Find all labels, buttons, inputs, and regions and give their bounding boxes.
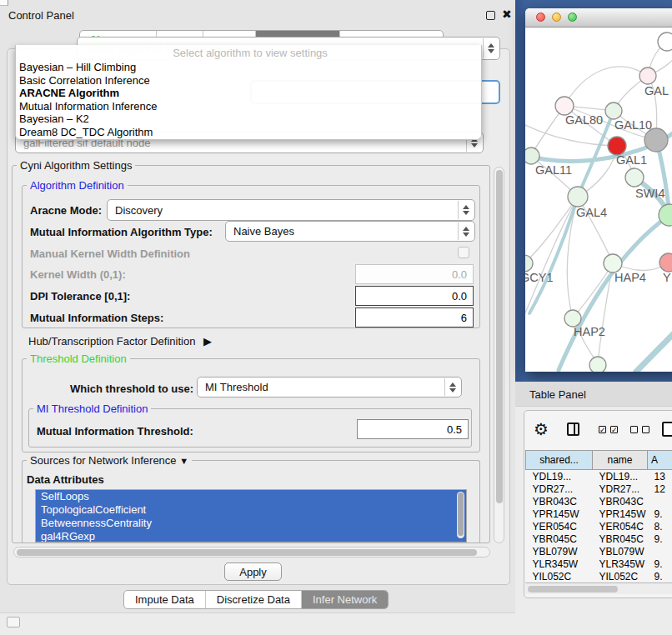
network-node-gal10[interactable] bbox=[605, 102, 622, 119]
table-cell: YBR043C bbox=[526, 495, 593, 508]
attribute-item[interactable]: gal4RGexp bbox=[36, 530, 466, 542]
combo-spinner-icon bbox=[458, 222, 474, 240]
threshold-definition-title: Threshold Definition bbox=[27, 353, 130, 364]
network-node-gal11[interactable] bbox=[525, 148, 539, 164]
close-icon[interactable]: ✖ bbox=[502, 8, 512, 21]
table-cell bbox=[648, 545, 672, 558]
checked-rows-icon[interactable]: ✓ bbox=[610, 426, 618, 433]
network-node-gal80[interactable] bbox=[555, 97, 574, 115]
table-row[interactable]: YDR27... YDR27... 12 bbox=[526, 482, 672, 495]
tab-discretize-data[interactable]: Discretize Data bbox=[206, 591, 302, 608]
dropdown-option[interactable]: Bayesian – K2 bbox=[16, 112, 481, 126]
minimize-traffic-light[interactable] bbox=[552, 12, 561, 22]
settings-hscrollbar[interactable] bbox=[13, 547, 490, 558]
dropdown-option-highlighted[interactable]: ARACNE Algorithm bbox=[16, 87, 481, 100]
network-node[interactable] bbox=[658, 32, 672, 51]
node-label: GCY1 bbox=[525, 271, 554, 284]
table-cell bbox=[648, 495, 672, 508]
table-row[interactable]: YBR043C YBR043C bbox=[526, 495, 672, 508]
table-cell: YDR27... bbox=[526, 482, 593, 495]
column-header-name[interactable]: name bbox=[593, 451, 648, 470]
close-traffic-light[interactable] bbox=[536, 12, 545, 22]
mi-threshold-input[interactable] bbox=[357, 419, 469, 439]
float-window-icon[interactable] bbox=[486, 11, 495, 20]
table-cell: YDR27... bbox=[593, 482, 648, 495]
node-label: HAP4 bbox=[614, 271, 646, 284]
table-row[interactable]: YBL079W YBL079W bbox=[526, 545, 672, 558]
table-cell: 9. bbox=[648, 558, 672, 570]
page-icon[interactable] bbox=[662, 422, 672, 437]
checked-rows-icon[interactable]: ✓ bbox=[599, 426, 606, 433]
apply-button[interactable]: Apply bbox=[224, 562, 282, 581]
network-node[interactable] bbox=[639, 68, 656, 84]
collapse-arrow-icon[interactable]: ▼ bbox=[179, 456, 188, 466]
dpi-tolerance-input[interactable] bbox=[355, 286, 474, 306]
cytopanel-mini-icon[interactable] bbox=[7, 617, 20, 628]
hub-section-toggle[interactable]: Hub/Transcription Factor Definition ▶ bbox=[28, 335, 212, 348]
table-cell: YPR145W bbox=[593, 508, 648, 520]
network-node-gal4[interactable] bbox=[568, 187, 588, 207]
table-cell: YBL079W bbox=[593, 545, 648, 558]
which-threshold-select[interactable]: MI Threshold bbox=[197, 377, 462, 398]
hub-section-label: Hub/Transcription Factor Definition bbox=[28, 335, 195, 348]
attributes-list-scrollbar[interactable] bbox=[457, 492, 464, 538]
table-row[interactable]: YPR145W YPR145W 9. bbox=[526, 508, 672, 520]
table-cell: 8. bbox=[648, 520, 672, 532]
network-node[interactable] bbox=[625, 168, 644, 187]
network-node-gal1[interactable] bbox=[608, 137, 626, 155]
tab-infer-network[interactable]: Infer Network bbox=[302, 591, 388, 608]
table-row[interactable]: YER054C YER054C 8. bbox=[526, 520, 672, 532]
dropdown-option[interactable]: Basic Correlation Inference bbox=[16, 74, 481, 88]
zoom-traffic-light[interactable] bbox=[568, 12, 577, 22]
table-row[interactable]: YBR045C YBR045C 9. bbox=[526, 532, 672, 545]
tab-discretize-data-label: Discretize Data bbox=[217, 593, 290, 606]
attribute-item[interactable]: BetweennessCentrality bbox=[36, 517, 466, 530]
aracne-mode-select[interactable]: Discovery bbox=[107, 199, 475, 221]
mi-algorithm-type-select[interactable]: Naive Bayes bbox=[225, 221, 475, 242]
dropdown-option[interactable]: Mutual Information Inference bbox=[16, 100, 481, 113]
expand-arrow-icon[interactable]: ▶ bbox=[203, 335, 212, 348]
tab-impute-data[interactable]: Impute Data bbox=[124, 591, 206, 608]
network-node-hap2[interactable] bbox=[564, 310, 581, 327]
table-cell: YPR145W bbox=[526, 508, 593, 520]
network-window: GAL GAL80 GAL10 GAL1 GAL11 SWI4 GAL4 GCY… bbox=[525, 8, 672, 372]
network-node-salmon[interactable] bbox=[659, 253, 672, 272]
network-node[interactable] bbox=[589, 357, 606, 372]
column-header-third[interactable]: A bbox=[648, 451, 672, 470]
dropdown-option[interactable]: Bayesian – Hill Climbing bbox=[16, 61, 481, 74]
attribute-item[interactable]: SelfLoops bbox=[36, 490, 466, 503]
data-attributes-label: Data Attributes bbox=[27, 473, 104, 486]
table-cell: YLR345W bbox=[593, 558, 648, 570]
table-cell: YER054C bbox=[526, 520, 593, 532]
node-label: SWI4 bbox=[635, 187, 664, 200]
dpi-tolerance-label: DPI Tolerance [0,1]: bbox=[30, 290, 130, 302]
unchecked-rows-icon[interactable] bbox=[630, 426, 638, 433]
table-row[interactable]: YLR345W YLR345W 9. bbox=[526, 558, 672, 570]
node-label: GAL1 bbox=[616, 153, 647, 167]
network-node-gray[interactable] bbox=[644, 128, 668, 152]
table-row[interactable]: YDL19... YDL19... 13 bbox=[526, 470, 672, 483]
settings-vscrollbar[interactable] bbox=[494, 167, 504, 543]
unchecked-rows-icon[interactable] bbox=[642, 426, 649, 433]
mi-algorithm-type-label: Mutual Information Algorithm Type: bbox=[30, 226, 213, 238]
window-titlebar[interactable] bbox=[525, 8, 672, 28]
sources-title-label: Sources for Network Inference bbox=[30, 454, 177, 467]
gear-icon[interactable]: ⚙ bbox=[534, 419, 549, 439]
dropdown-placeholder: Select algorithm to view settings bbox=[16, 45, 481, 61]
split-view-icon[interactable] bbox=[567, 422, 579, 436]
attribute-item[interactable]: TopologicalCoefficient bbox=[36, 503, 466, 517]
network-node-gcy1[interactable] bbox=[525, 255, 533, 272]
table-cell: YDL19... bbox=[593, 470, 648, 483]
table-cell: YBR045C bbox=[526, 532, 593, 545]
table-cell: YIL052C bbox=[593, 570, 648, 582]
network-node-hap4[interactable] bbox=[604, 254, 622, 272]
table-hscrollbar[interactable] bbox=[525, 582, 672, 594]
table-cell: YBR045C bbox=[593, 532, 648, 545]
sources-group-title[interactable]: Sources for Network Inference ▼ bbox=[27, 455, 192, 467]
aracne-mode-value: Discovery bbox=[115, 204, 163, 217]
table-row[interactable]: YIL052C YIL052C 9. bbox=[526, 570, 672, 582]
dropdown-option[interactable]: Dream8 DC_TDC Algorithm bbox=[16, 126, 481, 139]
mi-steps-input[interactable] bbox=[355, 308, 474, 328]
network-canvas[interactable]: GAL GAL80 GAL10 GAL1 GAL11 SWI4 GAL4 GCY… bbox=[525, 28, 672, 372]
column-header-shared[interactable]: shared... bbox=[526, 451, 593, 470]
